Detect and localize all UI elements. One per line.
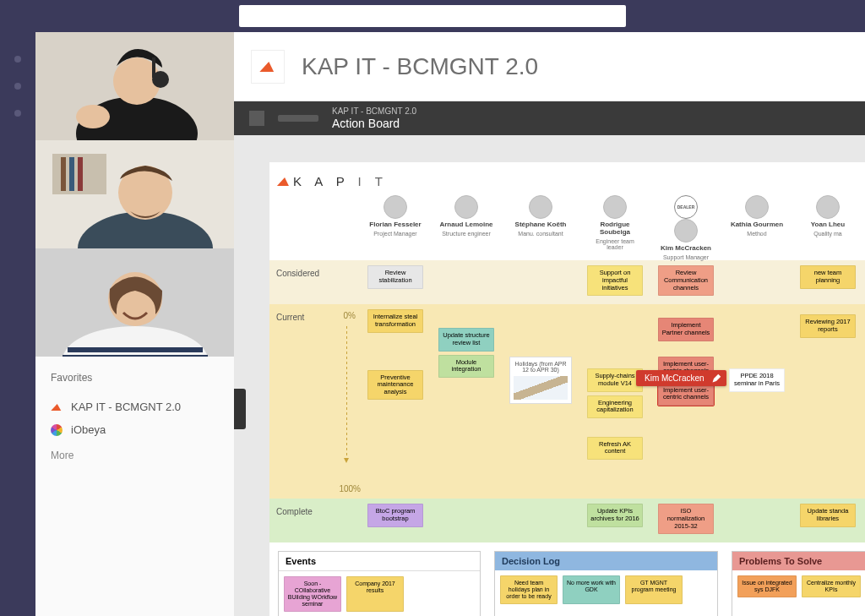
video-tile-2[interactable] [35,140,234,248]
iobeya-logo-icon [51,424,63,436]
avatar [745,195,769,219]
card[interactable]: Review stabilization [367,265,423,288]
board-wrap: KAP IT - BCMGNT 2.0 Action Board K A P I… [234,101,865,616]
card[interactable]: Engineering capitalization [587,395,643,418]
pct-100: 100% [339,484,361,493]
card[interactable]: Company 2017 results [346,576,404,612]
person-col-stephane: Stéphane Koëth Manu. consultant [509,195,572,260]
lane-complete: Complete BtoC program bootstrap Update K… [269,499,865,542]
card[interactable]: Review Communication channels [658,265,714,296]
card[interactable]: Module integration [438,355,494,378]
rail-item[interactable] [14,110,21,117]
card[interactable]: No more work with GDK [563,575,620,604]
triangle-logo-icon [277,177,291,186]
lane-label: Complete [269,499,367,542]
bottom-panels: Events Soon - COllaborative BUilding WOr… [269,542,865,616]
sidebar-item-iobeya[interactable]: iObeya [51,418,219,441]
user-cursor-pill: Kim McCracken [636,370,726,386]
lane-label: Considered [269,260,367,304]
dealer-badge-icon: DEALER [674,195,698,219]
panel-events: Events Soon - COllaborative BUilding WOr… [278,551,481,616]
header-button[interactable] [249,111,264,126]
person-col-yoan: Yoan Lheu Quality ma [800,195,856,260]
avatar [529,195,552,219]
card[interactable]: Centralize monthly KPIs [802,575,861,597]
header-button[interactable] [278,115,318,122]
board-title: Action Board [332,117,416,130]
tab-title: KAP IT - BCMGNT 2.0 [302,53,538,80]
panel-title: Decision Log [495,552,717,570]
person-col-florian: Florian Fesseler Project Manager [367,195,423,260]
main-panel: KAP IT - BCMGNT 2.0 KAP IT - BCMGNT 2.0 … [234,32,865,616]
card[interactable]: BtoC program bootstrap [367,504,423,526]
person-col-kim: DEALER Kim McCracken Support Manager [658,195,714,260]
card[interactable]: Preventive maintenance analysis [367,370,423,401]
favorites-heading: Favorites [51,372,219,384]
card[interactable]: Reviewing 2017 reports [800,314,856,337]
card[interactable]: Need team holidays plan in order to be r… [500,575,558,604]
favorites-section: Favorites KAP IT - BCMGNT 2.0 iObeya Mor… [35,357,234,468]
card[interactable]: Update standa libraries [800,504,856,526]
svg-rect-9 [69,157,74,191]
brand-text: K A P I T [293,174,388,188]
tab-strip: KAP IT - BCMGNT 2.0 [234,32,865,101]
card[interactable]: ISO normalization 2015-32 [658,504,714,534]
side-flap-toggle[interactable] [234,389,246,429]
lane-label: Current 0% 100% [269,304,367,499]
card[interactable]: Implement Partner channels [658,318,714,341]
pct-0: 0% [344,311,356,320]
board-header: KAP IT - BCMGNT 2.0 Action Board [234,101,865,135]
holiday-card[interactable]: Holidays (from APR 12 to APR 30) [509,357,572,404]
rail-item[interactable] [14,83,21,90]
sidebar-item-kapit[interactable]: KAP IT - BCMGNT 2.0 [51,395,219,418]
svg-point-5 [76,105,110,128]
avatar [674,219,698,243]
video-tile-1[interactable] [35,32,234,140]
people-row: Florian Fesseler Project Manager Arnaud … [269,195,865,260]
person-col-rodrigue: Rodrigue Soubeiga Engineer team leader [587,195,643,260]
holiday-image-icon [514,376,568,400]
avatar [603,195,627,219]
person-avatar-icon [35,248,234,357]
avatar [454,195,478,219]
card[interactable]: Soon - COllaborative BUilding WOrkflow s… [284,576,341,612]
arrow-down-icon [346,326,347,461]
pencil-icon [711,373,721,384]
tab-logo [251,50,285,84]
svg-rect-4 [152,57,155,78]
sidebar: Favorites KAP IT - BCMGNT 2.0 iObeya Mor… [35,32,234,616]
card[interactable]: new team planning [800,265,856,288]
avatar [816,195,840,219]
card[interactable]: Update KPIs archives for 2016 [587,504,643,526]
person-avatar-icon [35,32,234,140]
card[interactable]: PPDE 2018 seminar in Paris [729,368,785,391]
panel-problems: Problems To Solve Issue on integrated sy… [732,551,865,616]
panel-title: Events [279,552,480,571]
sheet-logo: K A P I T [269,162,865,195]
card[interactable]: Refresh AK content [587,437,643,460]
triangle-logo-icon [51,401,63,413]
app-titlebar [0,0,865,32]
card[interactable]: Update structure review list [438,328,494,351]
panel-title: Problems To Solve [732,552,865,570]
board-canvas[interactable]: K A P I T Florian Fesseler Project Manag… [234,135,865,616]
sidebar-item-label: KAP IT - BCMGNT 2.0 [71,401,181,413]
card[interactable]: Issue on integrated sys DJFK [737,575,797,597]
person-col-arnaud: Arnaud Lemoine Structure engineer [438,195,494,260]
avatar [384,195,407,219]
board-sheet: K A P I T Florian Fesseler Project Manag… [269,162,865,616]
card[interactable]: Support on impactful initiatives [587,265,643,296]
card[interactable]: Internalize steal transformation [367,309,423,332]
breadcrumb: KAP IT - BCMGNT 2.0 [332,106,416,117]
rail-item[interactable] [14,56,21,63]
person-col-kathia: Kathia Gourmen Method [729,195,785,260]
search-input[interactable] [239,5,626,27]
card[interactable]: GT MGNT program meeting [625,575,683,604]
sidebar-item-label: iObeya [71,423,106,436]
lane-current: Current 0% 100% Internalize steal transf… [269,304,865,499]
card[interactable]: Supply-chains module V14 [587,368,643,391]
nav-rail [0,32,35,616]
person-avatar-icon [35,140,234,248]
video-tile-3[interactable] [35,248,234,357]
more-link[interactable]: More [51,441,219,461]
